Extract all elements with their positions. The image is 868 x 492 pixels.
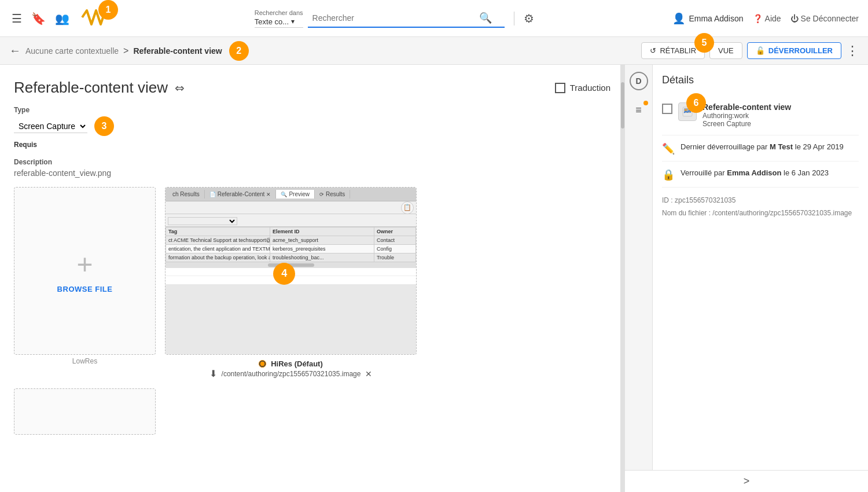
icon-bar-filter[interactable]: ≡ <box>628 100 649 120</box>
preview-table: Tag Element ID Owner ct ACME Technical S… <box>165 227 416 262</box>
hires-radio[interactable] <box>259 360 266 368</box>
details-checkbox[interactable] <box>662 104 672 114</box>
table-row: formation about the backup operation, lo… <box>166 254 416 262</box>
logout-button[interactable]: ⏻ Se Déconnecter <box>790 14 859 23</box>
browse-file-label[interactable]: BROWSE FILE <box>57 285 113 293</box>
type-label: Type <box>14 106 610 114</box>
menu-icon[interactable]: ☰ <box>9 9 24 28</box>
preview-tab-results[interactable]: ch Results <box>168 190 205 199</box>
description-value: referable-content_view.png <box>14 168 610 178</box>
expand-panel-button[interactable]: > <box>625 470 868 492</box>
second-upload-box[interactable] <box>14 388 156 435</box>
search-area: Rechercher dans Texte co... ▾ 🔍 ⚙ <box>120 9 668 28</box>
translation-checkbox[interactable] <box>555 83 565 93</box>
table-row: entication, the client application and T… <box>166 245 416 254</box>
details-item-type: Screen Capture <box>703 120 791 128</box>
breadcrumb-context: Aucune carte contextuelle <box>25 46 119 56</box>
details-edit-text: Dernier déverrouillage par M Test le 29 … <box>681 141 844 153</box>
details-meta: ID : zpc1556570321035 Nom du fichier : /… <box>662 194 859 219</box>
split-icon[interactable]: ⇔ <box>175 81 185 95</box>
preview-tab-preview[interactable]: 🔍Preview <box>276 190 315 199</box>
details-item-info: Referable-content view Authoring:work Sc… <box>703 102 791 128</box>
main-layout: Referable-content view ⇔ Traduction Type… <box>0 65 868 492</box>
cell-owner-2: Config <box>374 245 415 254</box>
search-icon[interactable]: 🔍 <box>479 12 492 24</box>
user-menu[interactable]: 👤 Emma Addison <box>672 12 743 25</box>
details-lock-row: 🔒 Verrouillé par Emma Addison le 6 Jan 2… <box>662 161 859 188</box>
hires-path-row: ⬇ /content/authoring/zpc1556570321035.im… <box>209 368 373 379</box>
translation-label: Traduction <box>570 83 610 93</box>
user-name: Emma Addison <box>689 14 743 23</box>
preview-tab-referable[interactable]: 📄Referable-Content ✕ <box>205 190 277 199</box>
preview-tabs: ch Results 📄Referable-Content ✕ 🔍Preview… <box>165 188 416 201</box>
retablir-area: ↺ RÉTABLIR 5 <box>641 42 705 59</box>
breadcrumb-bar: ← Aucune carte contextuelle > Referable-… <box>0 37 868 65</box>
details-title: Détails <box>662 74 859 86</box>
details-lock-text: Verrouillé par Emma Addison le 6 Jan 202… <box>681 167 829 179</box>
d-circle: D <box>630 72 648 90</box>
vertical-scrollbar[interactable] <box>620 65 625 492</box>
users-icon[interactable]: 👥 <box>53 9 72 28</box>
undo-icon: ↺ <box>650 46 656 55</box>
col-elementid: Element ID <box>270 227 374 236</box>
lock-closed-icon: 🔒 <box>662 168 675 181</box>
hires-preview-box: ch Results 📄Referable-Content ✕ 🔍Preview… <box>165 187 417 355</box>
breadcrumb-current: Referable-content view <box>133 46 222 56</box>
type-field: Type Screen Capture 3 Requis <box>14 106 610 149</box>
cell-tag-1: ct ACME Technical Support at techsupport… <box>166 236 270 245</box>
details-item-work: Authoring:work <box>703 112 791 120</box>
breadcrumb-separator: > <box>123 46 128 56</box>
lowres-upload-box[interactable]: + BROWSE FILE <box>14 187 156 355</box>
preview-select[interactable] <box>168 217 237 225</box>
horizontal-scrollbar[interactable] <box>165 262 416 268</box>
svg-point-2 <box>685 109 687 111</box>
delete-icon[interactable]: ✕ <box>365 369 372 379</box>
nav-right: 👤 Emma Addison ❓ Aide ⏻ Se Déconnecter <box>672 12 859 25</box>
details-item-row: 6 Referable-content view Authoring:work … <box>662 96 859 135</box>
breadcrumb-actions: ↺ RÉTABLIR 5 VUE 🔓 DÉVERROUILLER ⋮ <box>641 42 859 59</box>
logo-icon <box>81 6 111 29</box>
translation-area: Traduction <box>555 83 610 93</box>
user-icon: 👤 <box>672 12 685 25</box>
search-type-value: Texte co... <box>255 17 289 26</box>
edit-icon: ✏️ <box>662 142 675 155</box>
annotation-badge-3: 3 <box>94 116 114 136</box>
more-options-icon[interactable]: ⋮ <box>846 43 859 58</box>
cell-tag-2: entication, the client application and T… <box>166 245 270 254</box>
hires-path: /content/authoring/zpc1556570321035.imag… <box>222 370 361 378</box>
search-input[interactable] <box>312 13 475 23</box>
help-button[interactable]: ❓ Aide <box>753 14 781 23</box>
hires-area: ch Results 📄Referable-Content ✕ 🔍Preview… <box>165 187 417 379</box>
vue-button[interactable]: VUE <box>709 42 742 59</box>
screenshot-preview: ch Results 📄Referable-Content ✕ 🔍Preview… <box>165 188 416 354</box>
chevron-right-icon: > <box>744 475 750 487</box>
type-select[interactable]: Screen Capture <box>14 120 87 133</box>
preview-toolbar: 📋 <box>165 201 416 214</box>
second-image-slot <box>14 388 610 435</box>
hires-label: HiRes (Défaut) <box>271 359 323 368</box>
details-nom-fichier: Nom du fichier : /content/authoring/zpc1… <box>662 207 859 220</box>
chevron-down-icon[interactable]: ▾ <box>291 17 295 25</box>
icon-bar: D ≡ <box>625 65 653 470</box>
settings-icon[interactable]: ⚙ <box>524 12 534 25</box>
details-id: ID : zpc1556570321035 <box>662 194 859 207</box>
help-icon: ❓ <box>753 14 763 23</box>
bookmark-icon[interactable]: 🔖 <box>29 9 48 28</box>
right-panel-inner: D ≡ Détails <box>625 65 868 470</box>
lock-icon: 🔓 <box>756 46 765 55</box>
download-icon[interactable]: ⬇ <box>209 368 217 379</box>
preview-tab-results2[interactable]: ⟳Results <box>315 190 350 199</box>
table-row: ct ACME Technical Support at techsupport… <box>166 236 416 245</box>
description-field: Description referable-content_view.png <box>14 158 610 178</box>
type-row: Screen Capture 3 <box>14 116 610 136</box>
images-row: + BROWSE FILE LowRes ch Results <box>14 187 610 379</box>
logo-area: 1 <box>81 6 111 31</box>
back-button[interactable]: ← <box>9 44 21 57</box>
details-item-name: Referable-content view <box>703 102 791 112</box>
preview-copy-button[interactable]: 📋 <box>401 201 414 214</box>
retablir-button[interactable]: ↺ RÉTABLIR <box>641 42 705 59</box>
deverrouiller-button[interactable]: 🔓 DÉVERROUILLER <box>747 42 841 59</box>
details-img-wrap: 6 <box>678 102 697 121</box>
cell-id-1: acme_tech_support <box>270 236 374 245</box>
cell-tag-3: formation about the backup operation, lo… <box>166 254 270 262</box>
